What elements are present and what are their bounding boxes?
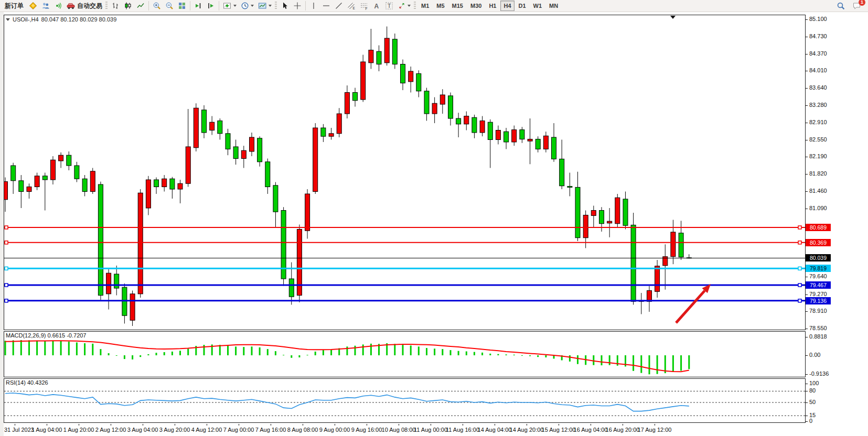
price-axis-tick <box>806 421 808 422</box>
timeframe-button-H4[interactable]: H4 <box>500 1 514 11</box>
autotrade-label: 自动交易 <box>77 2 102 10</box>
collapse-ohlc-toggle[interactable] <box>6 18 10 21</box>
chart-window[interactable]: USOil-,H4 80.047 80.120 80.029 80.039 MA… <box>0 12 868 436</box>
price-axis-tick <box>806 105 808 106</box>
chart-shift-marker-icon[interactable] <box>670 16 676 19</box>
indicators-button[interactable] <box>221 1 238 11</box>
price-axis-tick <box>806 191 808 192</box>
text-label-button[interactable]: T <box>383 1 395 11</box>
price-axis-label: 79.270 <box>809 291 827 297</box>
time-axis-label: 2 Aug 12:00 <box>93 427 128 433</box>
line-chart-icon <box>136 2 145 10</box>
price-axis-label: 84.010 <box>809 67 827 73</box>
toolbar: 新订单 自动交易 <box>0 0 868 12</box>
vertical-line-button[interactable] <box>308 1 319 11</box>
search-button[interactable] <box>835 1 847 11</box>
trendline-button[interactable] <box>333 1 345 11</box>
text-label-icon: T <box>385 2 393 10</box>
trendline-icon <box>335 2 343 10</box>
time-axis-tick <box>559 424 559 426</box>
signals-button[interactable] <box>52 1 64 11</box>
time-axis-tick <box>495 424 495 426</box>
price-axis-label: 82.190 <box>809 153 827 159</box>
time-axis-label: 14 Aug 20:00 <box>509 427 544 433</box>
channel-button[interactable]: E <box>346 1 357 11</box>
timeframe-button-W1[interactable]: W1 <box>530 1 545 11</box>
time-axis-tick <box>207 424 207 426</box>
main-chart-pane[interactable] <box>4 15 806 330</box>
rsi-indicator-label: RSI(14) 40.4326 <box>6 379 48 386</box>
cursor-button[interactable] <box>279 1 291 11</box>
time-axis[interactable]: 31 Jul 20231 Aug 04:001 Aug 20:002 Aug 1… <box>4 424 806 435</box>
time-axis-label: 7 Aug 16:00 <box>253 427 288 433</box>
price-axis-label: 81.090 <box>809 205 827 211</box>
horizontal-line-button[interactable] <box>320 1 332 11</box>
accounts-button[interactable] <box>40 1 51 11</box>
toolbar-separator <box>148 1 149 10</box>
toolbar-grip <box>414 2 416 10</box>
zoom-out-button[interactable] <box>164 1 175 11</box>
price-axis-label: 82.550 <box>809 136 827 143</box>
time-axis-tick <box>527 424 527 426</box>
timeframe-button-M5[interactable]: M5 <box>433 1 447 11</box>
periods-button[interactable] <box>239 1 255 11</box>
macd-axis-label: 0.8818 <box>809 333 827 340</box>
time-axis-tick <box>623 424 623 426</box>
templates-dropdown-caret <box>269 5 272 7</box>
zoom-in-button[interactable] <box>151 1 163 11</box>
templates-button[interactable] <box>256 1 273 11</box>
price-axis-tick <box>806 384 808 384</box>
fibonacci-button[interactable]: F <box>358 1 370 11</box>
price-axis-tick <box>806 374 808 375</box>
time-axis-label: 9 Aug 16:00 <box>349 427 384 433</box>
price-axis-label: 83.640 <box>809 84 827 91</box>
autotrade-button[interactable]: 自动交易 <box>65 1 104 11</box>
timeframe-button-M15[interactable]: M15 <box>449 1 466 11</box>
price-axis-tick <box>806 295 808 295</box>
periods-dropdown-caret <box>251 5 254 7</box>
time-axis-tick <box>591 424 591 426</box>
chart-shift-button[interactable] <box>205 1 217 11</box>
rsi-canvas[interactable] <box>4 379 805 422</box>
timeframe-button-D1[interactable]: D1 <box>516 1 529 11</box>
time-axis-tick <box>111 424 111 426</box>
timeframe-button-M1[interactable]: M1 <box>418 1 432 11</box>
time-axis-label: 16 Aug 20:00 <box>605 427 640 433</box>
time-axis-label: 14 Aug 04:00 <box>477 427 512 433</box>
time-axis-label: 8 Aug 08:00 <box>285 427 320 433</box>
metaeditor-button[interactable] <box>27 1 39 11</box>
macd-pane[interactable] <box>4 331 806 377</box>
svg-text:F: F <box>366 7 368 10</box>
line-chart-button[interactable] <box>135 1 146 11</box>
zoom-in-icon <box>153 2 161 10</box>
arrows-dropdown-caret <box>408 5 411 7</box>
timeframe-button-MN[interactable]: MN <box>546 1 561 11</box>
price-axis-label: 78.910 <box>809 308 827 314</box>
price-axis[interactable]: 85.10084.73084.37084.01083.64083.28082.9… <box>806 12 868 426</box>
timeframe-button-M30[interactable]: M30 <box>467 1 485 11</box>
tile-windows-button[interactable] <box>176 1 188 11</box>
price-axis-tick <box>806 71 808 71</box>
rsi-axis-label: 50 <box>809 399 816 405</box>
price-chart-canvas[interactable] <box>4 15 805 330</box>
bar-chart-button[interactable] <box>110 1 121 11</box>
toolbar-separator <box>190 1 190 10</box>
auto-scroll-button[interactable] <box>192 1 204 11</box>
text-button[interactable]: A <box>371 1 382 11</box>
vertical-line-icon <box>309 2 318 10</box>
accounts-icon <box>41 2 50 10</box>
timeframe-button-H1[interactable]: H1 <box>486 1 499 11</box>
crosshair-button[interactable] <box>292 1 303 11</box>
notifications-button[interactable]: 1 <box>851 1 863 11</box>
candlestick-chart-icon <box>124 2 132 10</box>
rsi-axis-label: 0 <box>809 418 812 424</box>
arrows-button[interactable] <box>396 1 412 11</box>
price-axis-tick <box>806 337 808 337</box>
notification-badge: 1 <box>859 0 865 6</box>
new-order-button[interactable]: 新订单 <box>2 1 26 11</box>
macd-canvas[interactable] <box>4 332 805 377</box>
time-axis-label: 1 Aug 04:00 <box>29 427 65 433</box>
candlestick-chart-button[interactable] <box>122 1 134 11</box>
rsi-pane[interactable] <box>4 378 806 423</box>
time-axis-tick <box>271 424 271 426</box>
